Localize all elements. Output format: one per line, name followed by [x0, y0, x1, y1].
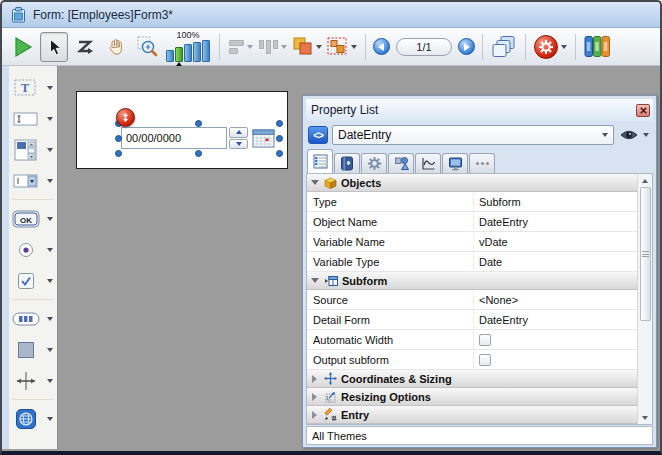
- chevron-down-icon[interactable]: [47, 179, 53, 183]
- property-value[interactable]: DateEntry: [473, 212, 637, 231]
- chevron-down-icon[interactable]: [47, 148, 53, 152]
- scroll-up-button[interactable]: [638, 174, 652, 187]
- property-row-object-name[interactable]: Object Name DateEntry: [307, 212, 637, 232]
- selection-handle[interactable]: [195, 150, 202, 157]
- page-indicator[interactable]: 1/1: [396, 38, 452, 56]
- selection-handle[interactable]: [276, 120, 283, 127]
- date-spinner[interactable]: [229, 127, 248, 149]
- tab-display[interactable]: [442, 153, 468, 173]
- selection-handle[interactable]: [195, 120, 202, 127]
- pan-hand-tool-button[interactable]: [102, 32, 130, 62]
- tab-more[interactable]: [469, 153, 495, 173]
- selection-handle[interactable]: [276, 150, 283, 157]
- chevron-down-icon[interactable]: [47, 117, 53, 121]
- group-dropdown-button[interactable]: [326, 32, 358, 62]
- expand-triangle-icon[interactable]: [312, 411, 317, 419]
- align-dropdown-button[interactable]: [227, 32, 255, 62]
- section-header-subform[interactable]: Subform: [307, 272, 637, 290]
- calendar-picker-button[interactable]: [251, 126, 276, 150]
- property-row-variable-name[interactable]: Variable Name vDate: [307, 232, 637, 252]
- tab-settings[interactable]: [361, 153, 387, 173]
- chevron-down-icon[interactable]: [47, 317, 53, 321]
- property-value[interactable]: DateEntry: [473, 310, 637, 329]
- checkbox-tool-button[interactable]: [12, 265, 55, 296]
- display-pages-button[interactable]: [490, 32, 518, 62]
- next-page-button[interactable]: [458, 38, 475, 55]
- chevron-down-icon[interactable]: [47, 379, 53, 383]
- entry-order-tool-button[interactable]: [71, 32, 99, 62]
- previous-page-button[interactable]: [373, 38, 390, 55]
- close-button[interactable]: [636, 104, 650, 117]
- text-tool-button[interactable]: T: [12, 72, 55, 103]
- property-row-detail-form[interactable]: Detail Form DateEntry: [307, 310, 637, 330]
- chevron-down-icon[interactable]: [47, 348, 53, 352]
- section-header-objects[interactable]: Objects: [307, 174, 637, 192]
- listbox-tool-button[interactable]: [12, 134, 55, 165]
- property-row-variable-type[interactable]: Variable Type Date: [307, 252, 637, 272]
- tab-property-list[interactable]: [307, 149, 333, 173]
- tab-description[interactable]: [334, 153, 360, 173]
- section-header-entry[interactable]: Entry: [307, 406, 637, 424]
- property-value[interactable]: <None>: [473, 290, 637, 309]
- collapse-triangle-icon[interactable]: [311, 278, 319, 283]
- splitter-tool-button[interactable]: [12, 365, 55, 396]
- checkbox-unchecked[interactable]: [479, 354, 491, 366]
- checkbox-unchecked[interactable]: [479, 334, 491, 346]
- form-page-area[interactable]: 00/00/0000: [76, 91, 288, 169]
- chevron-down-icon[interactable]: [47, 217, 53, 221]
- radio-button-tool-button[interactable]: [12, 234, 55, 265]
- selection-handle[interactable]: [115, 135, 122, 142]
- property-row-type[interactable]: Type Subform: [307, 192, 637, 212]
- property-grid-scrollbar[interactable]: [637, 174, 652, 424]
- section-header-resizing[interactable]: Resizing Options: [307, 388, 637, 406]
- run-form-button[interactable]: [9, 32, 37, 62]
- property-value[interactable]: vDate: [473, 232, 637, 251]
- property-list-title-bar[interactable]: Property List: [306, 99, 653, 121]
- selection-handle[interactable]: [276, 135, 283, 142]
- expand-triangle-icon[interactable]: [312, 393, 317, 401]
- tab-events[interactable]: [415, 153, 441, 173]
- chevron-down-icon[interactable]: [47, 279, 53, 283]
- property-row-source[interactable]: Source <None>: [307, 290, 637, 310]
- selection-handle[interactable]: [115, 150, 122, 157]
- property-row-automatic-width[interactable]: Automatic Width: [307, 330, 637, 350]
- section-header-coordinates[interactable]: Coordinates & Sizing: [307, 370, 637, 388]
- zoom-bar-800[interactable]: [202, 40, 210, 62]
- tab-objects[interactable]: [388, 153, 414, 173]
- scrollbar-thumb[interactable]: [640, 187, 651, 321]
- date-entry-field[interactable]: 00/00/0000: [121, 127, 227, 149]
- chevron-down-icon[interactable]: [47, 417, 53, 421]
- move-level-dropdown-button[interactable]: [291, 32, 323, 62]
- view-options-button[interactable]: [618, 129, 651, 141]
- zoom-bars[interactable]: [166, 40, 210, 62]
- combobox-tool-button[interactable]: [12, 165, 55, 196]
- down-arrow-icon: [236, 142, 242, 146]
- zoom-bar-100-active[interactable]: [175, 47, 183, 62]
- zoom-bar-50[interactable]: [166, 50, 174, 62]
- property-row-output-subform[interactable]: Output subform: [307, 350, 637, 370]
- object-selector-combo[interactable]: DateEntry: [332, 125, 614, 145]
- input-field-tool-button[interactable]: [12, 103, 55, 134]
- rectangle-tool-button[interactable]: [12, 334, 55, 365]
- collapse-triangle-icon[interactable]: [311, 180, 319, 185]
- chevron-down-icon[interactable]: [47, 86, 53, 90]
- web-area-tool-button[interactable]: [12, 403, 55, 434]
- library-books-button[interactable]: [583, 32, 612, 62]
- zoom-level-control[interactable]: 100%: [166, 31, 210, 62]
- distribute-dropdown-button[interactable]: [258, 32, 288, 62]
- spinner-down-button[interactable]: [229, 139, 248, 150]
- scroll-down-button[interactable]: [638, 411, 652, 424]
- chevron-down-icon[interactable]: [47, 248, 53, 252]
- zoom-tool-button[interactable]: [133, 32, 161, 62]
- select-tool-button[interactable]: [40, 32, 68, 62]
- button-grid-tool-button[interactable]: [12, 303, 55, 334]
- themes-footer[interactable]: All Themes: [306, 426, 653, 445]
- property-value[interactable]: Date: [473, 252, 637, 271]
- spinner-up-button[interactable]: [229, 127, 248, 138]
- button-tool-button[interactable]: OK: [12, 203, 55, 234]
- zoom-bar-400[interactable]: [193, 42, 201, 62]
- form-properties-gear-button[interactable]: [533, 32, 568, 62]
- zoom-bar-200[interactable]: [184, 44, 192, 62]
- expand-triangle-icon[interactable]: [312, 375, 317, 383]
- property-value[interactable]: Subform: [473, 192, 637, 211]
